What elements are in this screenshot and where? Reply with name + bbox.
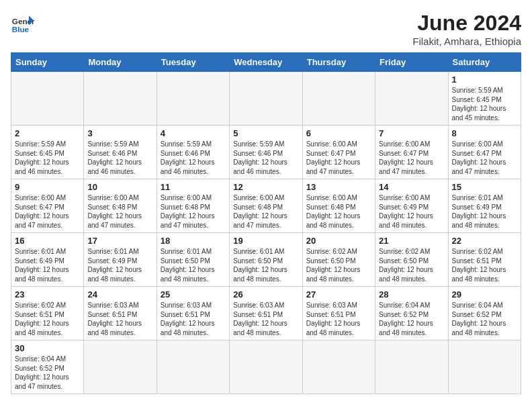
calendar-day-cell: 15Sunrise: 6:01 AM Sunset: 6:49 PM Dayli… xyxy=(448,179,521,233)
calendar-day-cell: 27Sunrise: 6:03 AM Sunset: 6:51 PM Dayli… xyxy=(302,287,375,340)
calendar-week-row: 2Sunrise: 5:59 AM Sunset: 6:45 PM Daylig… xyxy=(11,126,521,179)
location-subtitle: Filakit, Amhara, Ethiopia xyxy=(412,36,521,47)
calendar-day-cell: 8Sunrise: 6:00 AM Sunset: 6:47 PM Daylig… xyxy=(448,126,521,179)
column-header-thursday: Thursday xyxy=(302,53,375,72)
day-number: 24 xyxy=(87,289,152,300)
day-info: Sunrise: 5:59 AM Sunset: 6:46 PM Dayligh… xyxy=(87,140,152,176)
calendar-day-cell: 10Sunrise: 6:00 AM Sunset: 6:48 PM Dayli… xyxy=(84,179,157,233)
calendar-day-cell xyxy=(448,340,521,394)
day-info: Sunrise: 6:02 AM Sunset: 6:51 PM Dayligh… xyxy=(452,247,517,283)
svg-text:Blue: Blue xyxy=(12,25,30,34)
day-info: Sunrise: 6:02 AM Sunset: 6:51 PM Dayligh… xyxy=(15,301,80,337)
day-number: 13 xyxy=(306,182,371,192)
calendar-day-cell: 25Sunrise: 6:03 AM Sunset: 6:51 PM Dayli… xyxy=(157,287,229,340)
day-info: Sunrise: 6:01 AM Sunset: 6:49 PM Dayligh… xyxy=(87,247,152,283)
calendar-day-cell xyxy=(157,340,229,394)
day-info: Sunrise: 6:02 AM Sunset: 6:50 PM Dayligh… xyxy=(379,247,444,283)
day-info: Sunrise: 6:00 AM Sunset: 6:47 PM Dayligh… xyxy=(452,140,517,176)
day-number: 29 xyxy=(452,289,517,300)
calendar-day-cell xyxy=(84,72,157,126)
day-number: 30 xyxy=(15,343,80,353)
calendar-day-cell: 21Sunrise: 6:02 AM Sunset: 6:50 PM Dayli… xyxy=(375,233,448,287)
day-number: 17 xyxy=(87,236,152,246)
calendar-day-cell: 14Sunrise: 6:00 AM Sunset: 6:49 PM Dayli… xyxy=(375,179,448,233)
day-info: Sunrise: 6:00 AM Sunset: 6:47 PM Dayligh… xyxy=(379,140,444,176)
day-number: 10 xyxy=(87,182,152,192)
calendar-day-cell: 5Sunrise: 5:59 AM Sunset: 6:46 PM Daylig… xyxy=(230,126,302,179)
day-number: 18 xyxy=(161,236,226,246)
day-info: Sunrise: 6:00 AM Sunset: 6:48 PM Dayligh… xyxy=(233,193,298,230)
calendar-day-cell: 6Sunrise: 6:00 AM Sunset: 6:47 PM Daylig… xyxy=(302,126,375,179)
calendar-day-cell: 28Sunrise: 6:04 AM Sunset: 6:52 PM Dayli… xyxy=(375,287,448,340)
day-number: 21 xyxy=(379,236,444,246)
day-info: Sunrise: 6:01 AM Sunset: 6:49 PM Dayligh… xyxy=(452,193,517,230)
calendar-day-cell: 1Sunrise: 5:59 AM Sunset: 6:45 PM Daylig… xyxy=(448,72,521,126)
calendar-day-cell xyxy=(302,72,375,126)
day-number: 2 xyxy=(15,128,80,138)
day-number: 16 xyxy=(15,236,80,246)
calendar-day-cell: 22Sunrise: 6:02 AM Sunset: 6:51 PM Dayli… xyxy=(448,233,521,287)
day-number: 6 xyxy=(306,128,371,138)
calendar-day-cell: 29Sunrise: 6:04 AM Sunset: 6:52 PM Dayli… xyxy=(448,287,521,340)
day-info: Sunrise: 6:00 AM Sunset: 6:48 PM Dayligh… xyxy=(306,193,371,230)
day-info: Sunrise: 6:00 AM Sunset: 6:47 PM Dayligh… xyxy=(15,193,80,230)
calendar-day-cell: 26Sunrise: 6:03 AM Sunset: 6:51 PM Dayli… xyxy=(230,287,302,340)
day-info: Sunrise: 6:03 AM Sunset: 6:51 PM Dayligh… xyxy=(87,301,152,337)
page-header: General Blue June 2024 Filakit, Amhara, … xyxy=(11,11,521,47)
day-number: 14 xyxy=(379,182,444,192)
day-number: 9 xyxy=(15,182,80,192)
calendar-day-cell: 9Sunrise: 6:00 AM Sunset: 6:47 PM Daylig… xyxy=(11,179,84,233)
day-number: 25 xyxy=(161,289,226,300)
calendar-week-row: 30Sunrise: 6:04 AM Sunset: 6:52 PM Dayli… xyxy=(11,340,521,394)
day-info: Sunrise: 6:00 AM Sunset: 6:48 PM Dayligh… xyxy=(161,193,226,230)
calendar-day-cell xyxy=(157,72,229,126)
logo-icon: General Blue xyxy=(11,11,35,35)
day-info: Sunrise: 5:59 AM Sunset: 6:45 PM Dayligh… xyxy=(452,86,517,122)
day-info: Sunrise: 6:03 AM Sunset: 6:51 PM Dayligh… xyxy=(161,301,226,337)
calendar-week-row: 9Sunrise: 6:00 AM Sunset: 6:47 PM Daylig… xyxy=(11,179,521,233)
calendar-day-cell: 13Sunrise: 6:00 AM Sunset: 6:48 PM Dayli… xyxy=(302,179,375,233)
day-number: 4 xyxy=(161,128,226,138)
day-number: 22 xyxy=(452,236,517,246)
calendar-day-cell xyxy=(84,340,157,394)
day-info: Sunrise: 6:03 AM Sunset: 6:51 PM Dayligh… xyxy=(306,301,371,337)
calendar-header-row: SundayMondayTuesdayWednesdayThursdayFrid… xyxy=(11,53,521,72)
day-number: 20 xyxy=(306,236,371,246)
day-info: Sunrise: 6:00 AM Sunset: 6:47 PM Dayligh… xyxy=(306,140,371,176)
calendar-day-cell: 16Sunrise: 6:01 AM Sunset: 6:49 PM Dayli… xyxy=(11,233,84,287)
day-info: Sunrise: 5:59 AM Sunset: 6:46 PM Dayligh… xyxy=(233,140,298,176)
calendar-day-cell xyxy=(230,340,302,394)
calendar-day-cell: 20Sunrise: 6:02 AM Sunset: 6:50 PM Dayli… xyxy=(302,233,375,287)
calendar-week-row: 23Sunrise: 6:02 AM Sunset: 6:51 PM Dayli… xyxy=(11,287,521,340)
logo: General Blue xyxy=(11,11,35,35)
day-info: Sunrise: 5:59 AM Sunset: 6:46 PM Dayligh… xyxy=(161,140,226,176)
calendar-day-cell: 3Sunrise: 5:59 AM Sunset: 6:46 PM Daylig… xyxy=(84,126,157,179)
column-header-saturday: Saturday xyxy=(448,53,521,72)
calendar-day-cell: 4Sunrise: 5:59 AM Sunset: 6:46 PM Daylig… xyxy=(157,126,229,179)
column-header-friday: Friday xyxy=(375,53,448,72)
column-header-sunday: Sunday xyxy=(11,53,84,72)
day-number: 7 xyxy=(379,128,444,138)
calendar-table: SundayMondayTuesdayWednesdayThursdayFrid… xyxy=(11,52,521,394)
day-number: 1 xyxy=(452,75,517,85)
column-header-monday: Monday xyxy=(84,53,157,72)
day-info: Sunrise: 6:01 AM Sunset: 6:49 PM Dayligh… xyxy=(15,247,80,283)
calendar-day-cell: 19Sunrise: 6:01 AM Sunset: 6:50 PM Dayli… xyxy=(230,233,302,287)
day-number: 8 xyxy=(452,128,517,138)
day-number: 12 xyxy=(233,182,298,192)
column-header-tuesday: Tuesday xyxy=(157,53,229,72)
calendar-day-cell xyxy=(375,340,448,394)
calendar-day-cell xyxy=(230,72,302,126)
day-info: Sunrise: 6:03 AM Sunset: 6:51 PM Dayligh… xyxy=(233,301,298,337)
day-info: Sunrise: 6:04 AM Sunset: 6:52 PM Dayligh… xyxy=(452,301,517,337)
day-number: 5 xyxy=(233,128,298,138)
day-info: Sunrise: 5:59 AM Sunset: 6:45 PM Dayligh… xyxy=(15,140,80,176)
day-number: 15 xyxy=(452,182,517,192)
day-info: Sunrise: 6:04 AM Sunset: 6:52 PM Dayligh… xyxy=(15,355,80,391)
calendar-week-row: 16Sunrise: 6:01 AM Sunset: 6:49 PM Dayli… xyxy=(11,233,521,287)
day-number: 23 xyxy=(15,289,80,300)
day-info: Sunrise: 6:00 AM Sunset: 6:49 PM Dayligh… xyxy=(379,193,444,230)
calendar-day-cell: 7Sunrise: 6:00 AM Sunset: 6:47 PM Daylig… xyxy=(375,126,448,179)
day-number: 3 xyxy=(87,128,152,138)
title-area: June 2024 Filakit, Amhara, Ethiopia xyxy=(412,11,521,47)
